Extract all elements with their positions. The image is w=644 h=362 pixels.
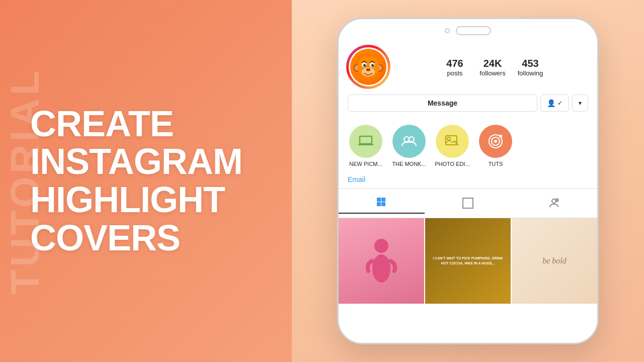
svg-point-10	[371, 64, 374, 67]
svg-point-38	[374, 239, 388, 253]
grid-text-1: I CAN'T WAIT TO PICK PUMPKINS, DRINK HOT…	[425, 252, 511, 270]
svg-rect-20	[446, 136, 457, 145]
svg-rect-16	[360, 136, 372, 144]
highlight-item-2[interactable]: PHOTO EDI...	[434, 125, 470, 167]
svg-point-14	[367, 69, 368, 70]
following-button[interactable]: 👤 ✓	[540, 95, 569, 112]
svg-rect-33	[463, 198, 473, 208]
monkey-icon	[353, 52, 383, 82]
svg-rect-31	[377, 202, 381, 206]
group-icon	[400, 132, 418, 150]
avatar-container	[348, 46, 389, 87]
highlight-circle-1	[392, 125, 426, 158]
svg-rect-30	[381, 198, 385, 202]
svg-point-19	[409, 137, 414, 142]
email-link[interactable]: Email	[348, 175, 365, 184]
dropdown-button[interactable]: ▾	[572, 95, 588, 112]
target-icon	[487, 132, 505, 150]
svg-rect-29	[377, 198, 381, 202]
tab-tagged[interactable]	[511, 193, 597, 214]
stat-posts: 476 posts	[441, 57, 469, 77]
photo-grid: I CAN'T WAIT TO PICK PUMPKINS, DRINK HOT…	[339, 218, 597, 343]
tagged-icon	[548, 197, 560, 209]
person-icon: 👤	[547, 99, 555, 107]
svg-point-12	[373, 64, 374, 65]
svg-point-39	[372, 254, 390, 283]
stat-following: 453 following	[517, 57, 544, 77]
avatar-inner	[349, 47, 388, 86]
following-label: following	[517, 69, 544, 77]
tab-grid[interactable]	[339, 193, 425, 214]
grid-cell-1: I CAN'T WAIT TO PICK PUMPKINS, DRINK HOT…	[425, 218, 511, 304]
action-buttons: Message 👤 ✓ ▾	[348, 95, 588, 112]
highlight-label-0: NEW PICM...	[349, 161, 382, 167]
following-count: 453	[517, 57, 544, 69]
profile-section: 476 posts 24K followers 453 following	[339, 39, 597, 123]
svg-point-9	[363, 64, 366, 67]
svg-point-18	[404, 137, 409, 142]
svg-point-11	[365, 64, 366, 65]
profile-header: 476 posts 24K followers 453 following	[348, 46, 588, 87]
svg-rect-32	[381, 202, 385, 206]
svg-point-25	[494, 140, 497, 143]
highlight-label-3: TUTS	[489, 161, 503, 167]
checkmark-icon: ✓	[557, 100, 562, 107]
grid-cell-0	[339, 218, 424, 304]
grid-icon	[376, 197, 388, 209]
right-panel: 476 posts 24K followers 453 following	[292, 0, 644, 362]
message-button[interactable]: Message	[348, 95, 537, 112]
headline-text: CREATE INSTAGRAM HIGHLIGHT COVERS	[30, 105, 243, 257]
highlight-item-1[interactable]: THE MONK...	[391, 125, 427, 167]
phone-mockup: 476 posts 24K followers 453 following	[337, 18, 599, 344]
grid-cell-2: be bold	[512, 218, 597, 304]
headline-block: CREATE INSTAGRAM HIGHLIGHT COVERS	[30, 105, 243, 257]
grid-text-2: be bold	[538, 252, 571, 269]
phone-camera	[445, 28, 450, 33]
chevron-down-icon: ▾	[579, 100, 582, 107]
svg-point-15	[369, 69, 370, 70]
stat-followers: 24K followers	[479, 57, 507, 77]
avatar-image	[350, 49, 386, 85]
figure-icon	[361, 236, 401, 286]
tab-bar	[339, 189, 597, 218]
instagram-content: 476 posts 24K followers 453 following	[339, 39, 597, 343]
highlight-label-2: PHOTO EDI...	[435, 161, 469, 167]
followers-label: followers	[479, 69, 507, 77]
highlight-circle-0	[349, 125, 382, 158]
photo-edit-icon	[443, 132, 461, 150]
left-panel: TUTORIAL CREATE INSTAGRAM HIGHLIGHT COVE…	[0, 0, 292, 362]
followers-count: 24K	[479, 57, 507, 69]
phone-top-bar	[339, 19, 597, 39]
highlights-section: NEW PICM... THE MONK...	[339, 123, 597, 172]
tab-feed[interactable]	[425, 193, 511, 214]
square-icon	[462, 197, 474, 209]
highlight-label-1: THE MONK...	[392, 161, 426, 167]
svg-point-22	[447, 137, 450, 140]
highlight-circle-2	[436, 125, 469, 158]
posts-count: 476	[441, 57, 469, 69]
svg-rect-17	[358, 144, 373, 145]
stats-section: 476 posts 24K followers 453 following	[397, 57, 588, 77]
posts-label: posts	[441, 69, 469, 77]
highlight-item-3[interactable]: TUTS	[477, 125, 514, 167]
laptop-icon	[357, 132, 375, 150]
phone-speaker	[456, 26, 491, 35]
highlight-circle-3	[479, 125, 512, 158]
highlight-item-0[interactable]: NEW PICM...	[348, 125, 384, 167]
email-section: Email	[339, 172, 597, 189]
